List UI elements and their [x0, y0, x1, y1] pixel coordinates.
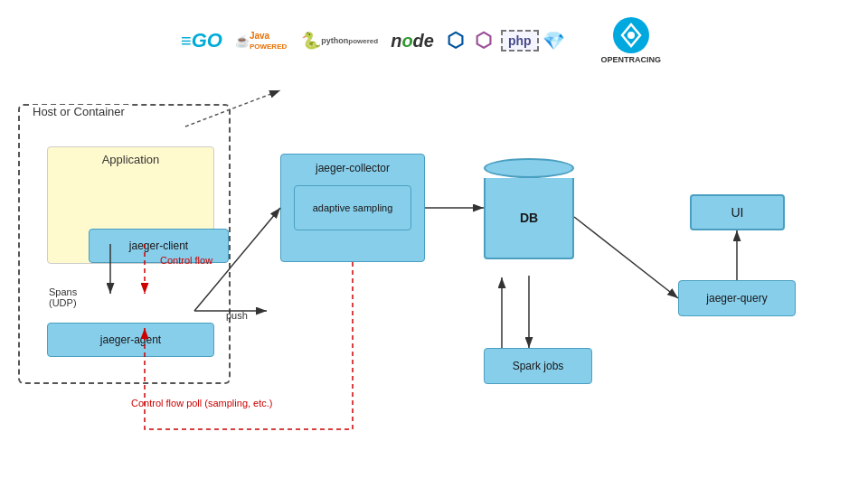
- cpp-logo: ⬡: [447, 29, 464, 52]
- spark-jobs-box: Spark jobs: [484, 348, 592, 384]
- svg-point-0: [627, 32, 635, 39]
- host-container-box: Host or Container Application jaeger-cli…: [18, 104, 231, 384]
- logo-bar: ≡GO ☕JavaPOWERED 🐍pythonpowered node ⬡ ⬡…: [181, 18, 814, 63]
- java-logo: ☕JavaPOWERED: [235, 31, 287, 51]
- ui-box: UI: [690, 194, 785, 230]
- node-logo: node: [391, 31, 434, 52]
- control-flow-poll-label: Control flow poll (sampling, etc.): [131, 398, 273, 408]
- csharp-logo: ⬡: [475, 29, 492, 52]
- architecture-diagram: Host or Container Application jaeger-cli…: [0, 77, 868, 488]
- python-logo: 🐍pythonpowered: [301, 31, 378, 51]
- db-body: DB: [484, 178, 574, 259]
- php-logo: php 💎: [501, 30, 565, 52]
- application-box: Application jaeger-client: [47, 146, 214, 264]
- opentracing-logo: OPENTRACING: [601, 17, 662, 64]
- adaptive-sampling-box: adaptive sampling: [294, 185, 411, 230]
- host-label: Host or Container: [29, 105, 128, 118]
- ruby-logo: 💎: [542, 30, 565, 52]
- php-text: php: [501, 30, 539, 52]
- spans-label: Spans(UDP): [49, 286, 77, 308]
- jaeger-agent-box: jaeger-agent: [47, 323, 214, 357]
- opentracing-icon: [613, 17, 649, 53]
- push-label: push: [226, 310, 248, 321]
- control-flow-label: Control flow: [160, 255, 212, 266]
- application-label: Application: [48, 147, 213, 172]
- go-logo: ≡GO: [181, 29, 222, 52]
- collector-label: jaeger-collector: [281, 155, 424, 182]
- jaeger-query-box: jaeger-query: [678, 280, 796, 316]
- db-top: [484, 158, 574, 178]
- svg-line-9: [574, 217, 678, 298]
- db-box: DB: [484, 158, 574, 276]
- opentracing-text: OPENTRACING: [601, 55, 662, 64]
